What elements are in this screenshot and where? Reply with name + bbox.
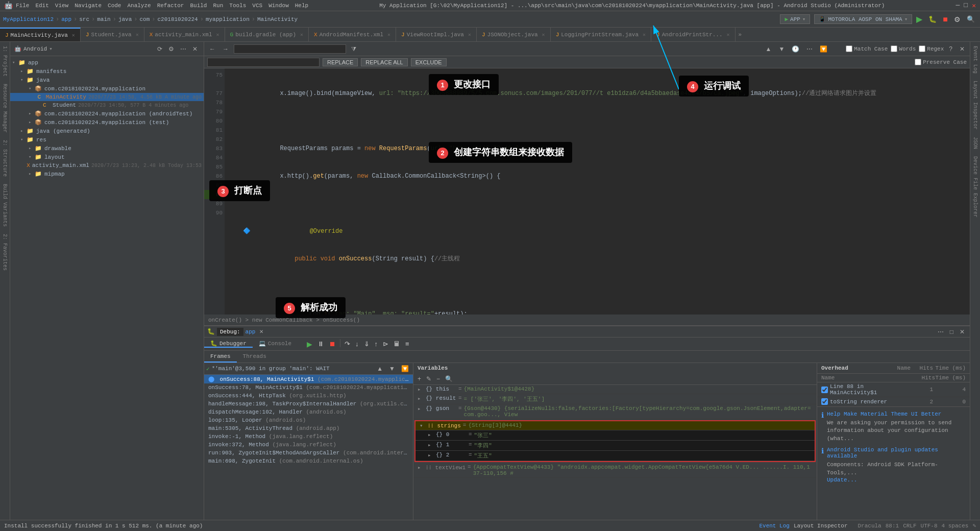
menu-refactor[interactable]: Refactor — [157, 3, 184, 9]
device-selector[interactable]: 📱 MOTOROLA AOSP ON SHAMA ▾ — [814, 14, 912, 24]
tab-mainactivity-close[interactable]: ✕ — [72, 32, 75, 38]
run-to-cursor-btn[interactable]: ⊳ — [381, 339, 390, 349]
search-options[interactable]: ⋯ — [804, 44, 815, 54]
menu-vcs[interactable]: VCS — [252, 3, 262, 9]
layout-inspector-icon[interactable]: Layout Inspector — [971, 79, 979, 132]
tab-mainactivity[interactable]: J MainActivity.java ✕ — [0, 28, 81, 41]
replace-button[interactable]: REPLACE — [323, 58, 358, 66]
tab-buildgradle[interactable]: G build.gradle (app) ✕ — [225, 28, 309, 41]
project-sidebar-icon[interactable]: 1: Project — [1, 44, 9, 79]
menu-file[interactable]: File — [16, 3, 29, 9]
exclude-button[interactable]: EXCLUDE — [411, 58, 447, 66]
console-tab[interactable]: 💻 Console — [253, 340, 298, 348]
var-add-watch[interactable]: + — [415, 374, 423, 383]
tree-item-java-generated[interactable]: ▸ 📁 java (generated) — [10, 127, 204, 135]
run-config-arrow[interactable]: ▾ — [802, 16, 806, 22]
sidebar-close-icon[interactable]: ✕ — [190, 44, 200, 54]
tree-item-mainactivity[interactable]: C MainActivity 2020/7/23 14:58, 4.56 kB … — [10, 93, 204, 101]
search-up[interactable]: ▲ — [763, 44, 773, 54]
device-file-explorer-icon[interactable]: Device File Explorer — [971, 154, 979, 220]
evaluate-btn[interactable]: 🖩 — [391, 339, 402, 349]
toolbar-myapp[interactable]: myapplication — [206, 16, 250, 22]
menu-window[interactable]: Window — [268, 3, 289, 9]
tab-loggingprint[interactable]: J LoggingPrintStream.java ✕ — [551, 28, 651, 41]
frame-9[interactable]: run:903, ZygoteInit$MethodAndArgsCaller … — [204, 449, 413, 457]
thread-up[interactable]: ▲ — [375, 364, 385, 373]
frame-2[interactable]: onSuccess:444, HttpTask (org.xutils.http… — [204, 392, 413, 400]
tab-jsonobject-close[interactable]: ✕ — [542, 32, 545, 38]
frame-8[interactable]: invoke:372, Method (java.lang.reflect) — [204, 441, 413, 449]
tab-jsonobject[interactable]: J JSONObject.java ✕ — [477, 28, 551, 41]
regex-help[interactable]: ? — [947, 44, 954, 54]
menu-help[interactable]: Help — [295, 3, 308, 9]
tab-androidmanifest-close[interactable]: ✕ — [387, 32, 390, 38]
force-step-into-btn[interactable]: ⇓ — [362, 339, 372, 349]
replace-all-button[interactable]: REPLACE ALL — [361, 58, 407, 66]
frames-tab[interactable]: Frames — [204, 351, 237, 363]
overhead-check-0[interactable] — [821, 387, 828, 393]
menu-run[interactable]: Run — [213, 3, 223, 9]
tree-item-mipmap[interactable]: ▸ 📁 mipmap — [10, 170, 204, 178]
frame-1[interactable]: onSuccess:78, MainActivity$1 (com.c20181… — [204, 383, 413, 392]
bottom-tab-debug[interactable]: Debug: — [217, 328, 243, 336]
android-view-label[interactable]: 🤖 Android ▾ — [14, 45, 53, 52]
toolbar-main[interactable]: main — [97, 16, 110, 22]
layout-inspector-btn[interactable]: Layout Inspector — [794, 523, 848, 529]
menu-view[interactable]: View — [55, 3, 68, 9]
trace-over-btn[interactable]: ≡ — [403, 339, 411, 349]
event-log-icon[interactable]: Event Log — [971, 44, 979, 76]
tab-activitymain[interactable]: X activity_main.xml ✕ — [144, 28, 225, 41]
tab-student-close[interactable]: ✕ — [136, 32, 139, 38]
menu-code[interactable]: Code — [108, 3, 121, 9]
frame-3[interactable]: handleMessage:198, TaskProxy$InternalHan… — [204, 400, 413, 408]
toolbar-com[interactable]: com — [139, 16, 150, 22]
frame-4[interactable]: dispatchMessage:102, Handler (android.os… — [204, 408, 413, 416]
toolbar-java[interactable]: java — [118, 16, 132, 22]
threads-tab[interactable]: Threads — [237, 351, 273, 363]
minimize-button[interactable]: ─ — [956, 2, 960, 10]
replace-input[interactable] — [207, 58, 320, 67]
frame-7[interactable]: invoke:-1, Method (java.lang.reflect) — [204, 432, 413, 441]
tree-item-manifests[interactable]: ▸ 📁 manifests — [10, 67, 204, 76]
toolbar-mainact[interactable]: MainActivity — [257, 16, 298, 22]
maximize-button[interactable]: □ — [964, 2, 968, 10]
words-checkbox[interactable] — [891, 45, 897, 52]
search-input[interactable] — [234, 44, 346, 54]
toolbar-app[interactable]: app — [61, 16, 71, 22]
toolbar-src[interactable]: src — [79, 16, 89, 22]
debug-stop-btn[interactable]: ⏹ — [327, 339, 338, 349]
tab-androidprintstr-close[interactable]: ✕ — [727, 32, 730, 38]
tab-androidprintstr[interactable]: J AndroidPrintStr... ✕ — [651, 28, 735, 41]
frame-5[interactable]: loop:135, Looper (android.os) — [204, 416, 413, 424]
toolbar-pkg[interactable]: c20181020224 — [158, 16, 198, 22]
menu-analyze[interactable]: Analyze — [127, 3, 151, 9]
sidebar-gear-icon[interactable]: ⚙ — [166, 44, 176, 54]
preserve-case-option[interactable]: Preserve Case — [915, 59, 967, 65]
structure-icon[interactable]: 2: Structure — [1, 138, 9, 179]
overhead-check-1[interactable] — [821, 398, 828, 405]
frame-6[interactable]: main:5305, ActivityThread (android.app) — [204, 424, 413, 432]
tree-item-student[interactable]: C Student 2020/7/23 14:50, 577 B 4 minut… — [10, 101, 204, 109]
regex-checkbox[interactable] — [919, 45, 925, 52]
search-button-toolbar[interactable]: 🔍 — [965, 14, 977, 24]
tab-viewrootimpl[interactable]: J ViewRootImpl.java ✕ — [396, 28, 477, 41]
tree-item-app[interactable]: ▾ 📁 app — [10, 58, 204, 67]
debug-pause-btn[interactable]: ⏸ — [315, 339, 326, 349]
close-button[interactable]: ✕ — [972, 2, 976, 10]
resource-manager-icon[interactable]: Resource Manager — [1, 82, 9, 135]
android-dropdown[interactable]: ▾ — [49, 45, 53, 52]
help-update-link[interactable]: Update... — [827, 477, 966, 483]
thread-filter[interactable]: 🔽 — [399, 364, 411, 373]
tree-item-drawable[interactable]: ▸ 📁 drawable — [10, 144, 204, 153]
tab-androidmanifest[interactable]: X AndroidManifest.xml ✕ — [309, 28, 396, 41]
search-filter2[interactable]: 🔽 — [818, 44, 829, 54]
tree-item-layout[interactable]: ▾ 📁 layout — [10, 153, 204, 161]
sync-icon[interactable]: ⟳ — [155, 44, 164, 54]
tab-viewrootimpl-close[interactable]: ✕ — [468, 32, 471, 38]
tree-item-res[interactable]: ▾ 📁 res — [10, 135, 204, 144]
tab-student[interactable]: J Student.java ✕ — [81, 28, 144, 41]
tree-item-java[interactable]: ▾ 📁 java — [10, 76, 204, 84]
settings-button[interactable]: ⚙ — [952, 14, 963, 25]
words-option[interactable]: Words — [891, 45, 916, 52]
thread-down[interactable]: ▼ — [387, 364, 397, 373]
